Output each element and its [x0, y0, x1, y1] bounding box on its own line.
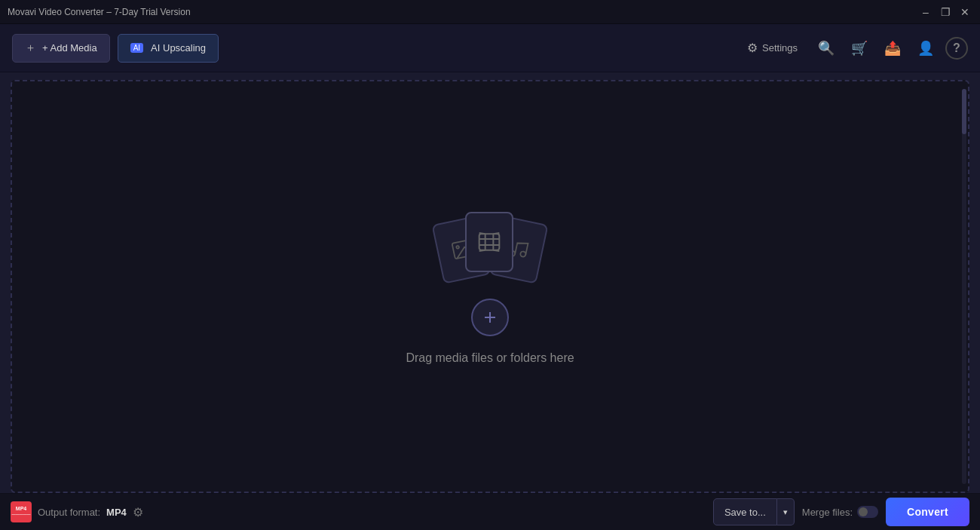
minimize-button[interactable]: –	[918, 5, 933, 20]
drag-text: Drag media files or folders here	[406, 351, 574, 365]
cart-icon: 🛒	[851, 40, 868, 57]
merge-files-toggle[interactable]	[857, 506, 878, 518]
ai-badge: AI	[130, 43, 143, 53]
search-icon: 🔍	[818, 40, 835, 57]
help-button[interactable]: ?	[945, 37, 968, 60]
save-to-label: Save to...	[724, 507, 766, 518]
output-format-value: MP4	[106, 507, 127, 518]
save-to-button[interactable]: Save to...	[713, 498, 777, 525]
output-settings-icon[interactable]: ⚙	[133, 505, 143, 519]
scrollbar[interactable]	[962, 89, 966, 484]
titlebar-title: Movavi Video Converter – 7-Day Trial Ver…	[8, 7, 191, 17]
toolbar-left: ＋ + Add Media AI AI Upscaling	[12, 34, 219, 63]
save-to-dropdown-button[interactable]: ▾	[777, 498, 795, 525]
bottom-bar: MP4───── Output format: MP4 ⚙ Save to...…	[0, 493, 980, 530]
convert-button[interactable]: Convert	[886, 498, 969, 526]
settings-icon: ⚙	[747, 41, 758, 55]
toolbar: ＋ + Add Media AI AI Upscaling ⚙ Settings…	[0, 24, 980, 72]
svg-rect-2	[479, 234, 500, 250]
bottom-right-controls: Save to... ▾ Merge files: Convert	[713, 498, 969, 526]
close-button[interactable]: ✕	[957, 5, 972, 20]
dropzone-content: Drag media files or folders here	[406, 208, 574, 365]
video-card	[465, 212, 513, 272]
add-icon: ＋	[25, 41, 36, 55]
output-label: Output format:	[38, 507, 100, 518]
scrollbar-thumb[interactable]	[962, 89, 966, 134]
add-media-label: + Add Media	[42, 42, 97, 54]
add-circle-button[interactable]	[471, 299, 509, 336]
titlebar: Movavi Video Converter – 7-Day Trial Ver…	[0, 0, 980, 24]
media-icons-group	[430, 208, 550, 283]
svg-point-4	[520, 251, 526, 257]
help-icon: ?	[953, 41, 960, 55]
search-button[interactable]: 🔍	[813, 35, 840, 62]
add-media-button[interactable]: ＋ + Add Media	[12, 34, 110, 63]
user-icon: 👤	[917, 40, 934, 57]
ai-upscaling-button[interactable]: AI AI Upscaling	[118, 34, 219, 63]
output-format-section: MP4───── Output format: MP4 ⚙	[11, 501, 143, 522]
svg-point-1	[456, 246, 459, 249]
toolbar-right: ⚙ Settings 🔍 🛒 📤 👤 ?	[738, 35, 968, 62]
share-icon: 📤	[884, 40, 901, 57]
merge-files-section: Merge files:	[802, 506, 878, 518]
format-thumb-label: MP4─────	[12, 506, 31, 519]
ai-upscaling-label: AI Upscaling	[151, 42, 206, 54]
user-button[interactable]: 👤	[912, 35, 939, 62]
merge-files-label: Merge files:	[802, 507, 853, 518]
save-to-group: Save to... ▾	[713, 498, 795, 525]
cart-button[interactable]: 🛒	[846, 35, 873, 62]
dropzone[interactable]: Drag media files or folders here	[11, 80, 969, 493]
toggle-circle	[859, 507, 868, 516]
maximize-button[interactable]: ❐	[938, 5, 953, 20]
format-thumbnail: MP4─────	[11, 501, 32, 522]
dropdown-arrow-icon: ▾	[783, 507, 788, 517]
settings-label: Settings	[762, 42, 798, 54]
share-button[interactable]: 📤	[879, 35, 906, 62]
settings-button[interactable]: ⚙ Settings	[738, 35, 807, 62]
titlebar-controls: – ❐ ✕	[918, 5, 972, 20]
convert-label: Convert	[907, 506, 948, 518]
